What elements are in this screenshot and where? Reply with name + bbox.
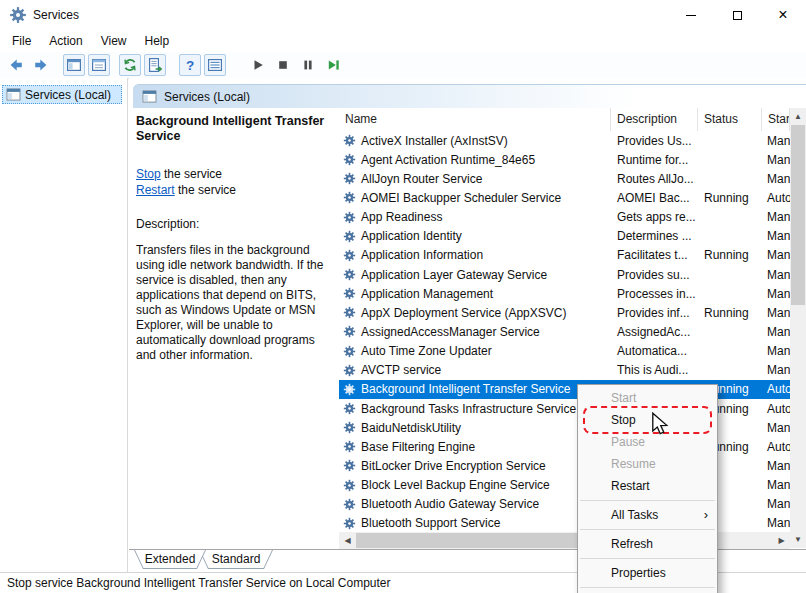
menubar-item-file[interactable]: File [3, 31, 40, 51]
table-row[interactable]: Application Layer Gateway ServiceProvide… [339, 265, 790, 284]
table-row[interactable]: Agent Activation Runtime_84e65Runtime fo… [339, 150, 790, 169]
context-menu-item-refresh[interactable]: Refresh [578, 533, 717, 555]
table-row[interactable]: AllJoyn Router ServiceRoutes AllJo...Man… [339, 169, 790, 188]
table-row[interactable]: Application IdentityDetermines ...Manual [339, 227, 790, 246]
service-gear-icon [343, 459, 356, 472]
service-name-cell: Block Level Backup Engine Service [339, 478, 611, 492]
table-row[interactable]: Application InformationFacilitates t...R… [339, 246, 790, 265]
service-name: Bluetooth Audio Gateway Service [361, 497, 539, 511]
stop-the-service-link[interactable]: Stop [136, 167, 161, 181]
forward-button[interactable] [30, 54, 52, 76]
service-description-cell: Determines ... [611, 229, 698, 243]
service-name-cell: Bluetooth Audio Gateway Service [339, 497, 611, 511]
scroll-right-icon[interactable]: ▶ [773, 532, 790, 549]
service-name: Background Intelligent Transfer Service [361, 382, 570, 396]
stop-line-suffix: the service [161, 167, 222, 181]
table-row[interactable]: BitLocker Drive Encryption ServiceManual [339, 456, 790, 475]
column-header-description[interactable]: Description [611, 108, 698, 131]
mouse-cursor [651, 412, 672, 439]
service-status-cell: Running [698, 191, 762, 205]
maximize-button[interactable] [714, 0, 760, 30]
table-row[interactable]: AVCTP serviceThis is Audi...Manual [339, 361, 790, 380]
stop-service-button[interactable] [272, 54, 294, 76]
service-gear-icon [343, 249, 356, 262]
table-header: NameDescriptionStatusStartup Type [339, 108, 790, 131]
horizontal-scrollbar[interactable]: ◀ ▶ [339, 532, 790, 549]
scroll-up-icon[interactable]: ▲ [790, 108, 806, 125]
menubar-item-help[interactable]: Help [136, 31, 179, 51]
table-row[interactable]: Bluetooth Support ServiceManual [339, 514, 790, 532]
service-name-cell: Application Layer Gateway Service [339, 268, 611, 282]
table-row[interactable]: Application ManagementProcesses in...Man… [339, 284, 790, 303]
service-gear-icon [343, 479, 356, 492]
service-name-cell: ActiveX Installer (AxInstSV) [339, 134, 611, 148]
minimize-icon [686, 15, 696, 16]
menubar-item-view[interactable]: View [92, 31, 136, 51]
service-gear-icon [343, 153, 356, 166]
pause-service-button[interactable] [297, 54, 319, 76]
tab-extended[interactable]: Extended [134, 550, 206, 569]
export-list-button[interactable] [144, 54, 166, 76]
start-service-button[interactable] [247, 54, 269, 76]
service-gear-icon [343, 191, 356, 204]
refresh-button[interactable] [119, 54, 141, 76]
restart-line-suffix: the service [175, 183, 236, 197]
help-button[interactable]: ? [179, 54, 201, 76]
back-button[interactable] [5, 54, 27, 76]
vertical-scrollbar[interactable]: ▲ ▼ [790, 108, 806, 548]
console-window-icon [142, 90, 157, 103]
table-row[interactable]: Block Level Backup Engine ServiceManual [339, 476, 790, 495]
vertical-scrollbar-thumb[interactable] [791, 125, 805, 305]
properties-button[interactable] [88, 54, 110, 76]
menubar-item-action[interactable]: Action [40, 31, 91, 51]
menubar: FileActionViewHelp [0, 30, 806, 52]
table-row[interactable]: Auto Time Zone UpdaterAutomatica...Manua… [339, 342, 790, 361]
menu-separator [580, 529, 715, 530]
selected-service-title: Background Intelligent Transfer Service [136, 114, 338, 144]
restart-the-service-link[interactable]: Restart [136, 183, 175, 197]
column-header-name[interactable]: Name [339, 108, 611, 131]
minimize-button[interactable] [668, 0, 714, 30]
table-row[interactable]: AOMEI Backupper Scheduler ServiceAOMEI B… [339, 188, 790, 207]
tab-standard-label: Standard [200, 550, 272, 568]
tree-item-services-local[interactable]: Services (Local) [2, 85, 122, 104]
tab-standard[interactable]: Standard [199, 550, 273, 569]
services-app-icon [9, 6, 27, 24]
scroll-down-icon[interactable]: ▼ [790, 531, 806, 548]
table-row[interactable]: Background Intelligent Transfer ServiceR… [339, 380, 790, 399]
table-row[interactable]: AppX Deployment Service (AppXSVC)Provide… [339, 303, 790, 322]
table-row[interactable]: ActiveX Installer (AxInstSV)Provides Us.… [339, 131, 790, 150]
table-row[interactable]: Bluetooth Audio Gateway ServiceManual [339, 495, 790, 514]
show-console-tree-button[interactable] [63, 54, 85, 76]
menu-item-label: Resume [611, 457, 656, 471]
extended-view-button[interactable] [204, 54, 226, 76]
service-status-cell: Running [698, 248, 762, 262]
service-name-cell: Bluetooth Support Service [339, 516, 611, 530]
service-name: Application Information [361, 248, 483, 262]
service-gear-icon [343, 345, 356, 358]
column-header-status[interactable]: Status [698, 108, 762, 131]
context-menu-item-stop[interactable]: Stop [578, 409, 717, 431]
service-name-cell: App Readiness [339, 210, 611, 224]
table-row[interactable]: AssignedAccessManager ServiceAssignedAc.… [339, 322, 790, 341]
column-header-startup-type[interactable]: Startup Type [762, 108, 790, 131]
table-row[interactable]: Base Filtering EngineRunningAutomatic [339, 437, 790, 456]
context-menu-item-start: Start [578, 387, 717, 409]
menu-item-label: Refresh [611, 537, 653, 551]
service-name-cell: AllJoyn Router Service [339, 172, 611, 186]
close-button[interactable]: × [760, 0, 806, 30]
service-name-cell: Background Tasks Infrastructure Service [339, 402, 611, 416]
menu-item-label: Restart [611, 479, 650, 493]
menu-item-label: All Tasks [611, 508, 658, 522]
table-row[interactable]: App ReadinessGets apps re...Manual [339, 208, 790, 227]
service-startup-cell: Manual [762, 134, 790, 148]
context-menu-item-properties[interactable]: Properties [578, 562, 717, 584]
service-description-cell: AssignedAc... [611, 325, 698, 339]
scroll-left-icon[interactable]: ◀ [339, 532, 356, 549]
table-row[interactable]: BaiduNetdiskUtilityManual [339, 418, 790, 437]
table-row[interactable]: Background Tasks Infrastructure ServiceR… [339, 399, 790, 418]
context-menu-item-all-tasks[interactable]: All Tasks› [578, 504, 717, 526]
service-name-cell: Background Intelligent Transfer Service [339, 382, 611, 396]
restart-service-button[interactable] [322, 54, 344, 76]
context-menu-item-restart[interactable]: Restart [578, 475, 717, 497]
